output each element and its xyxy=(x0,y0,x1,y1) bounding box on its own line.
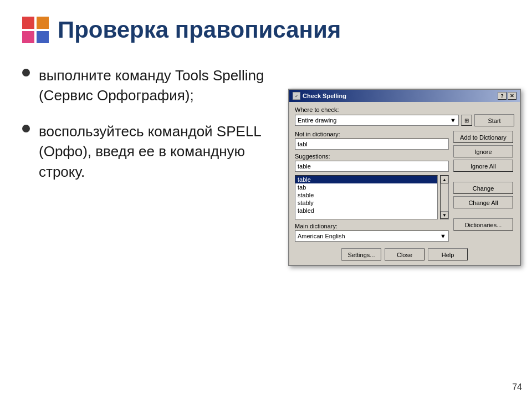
main-dictionary-label: Main dictionary: xyxy=(295,223,449,229)
dialog-left-column: Not in dictionary: Suggestions: table ta… xyxy=(295,131,449,245)
title-area: Проверка правописания xyxy=(0,0,532,54)
dialog-titlebar: ✓ Check Spelling ? ✕ xyxy=(289,90,520,102)
suggestion-item-tabled[interactable]: tabled xyxy=(295,207,437,214)
dialog-title-left: ✓ Check Spelling xyxy=(293,92,346,100)
suggestion-item-tab[interactable]: tab xyxy=(295,183,437,191)
where-to-check-browse-button[interactable]: ⊞ xyxy=(461,115,472,126)
add-to-dictionary-button[interactable]: Add to Dictionary xyxy=(453,131,513,143)
dialog-bottom-row: Settings... Close Help xyxy=(295,248,514,260)
scroll-down-icon[interactable]: ▼ xyxy=(441,211,448,219)
dictionaries-button[interactable]: Dictionaries... xyxy=(453,218,513,231)
not-in-dictionary-label: Not in dictionary: xyxy=(295,131,449,137)
main-dictionary-value: American English xyxy=(298,233,345,239)
start-button[interactable]: Start xyxy=(474,114,514,126)
suggestions-label: Suggestions: xyxy=(295,153,449,160)
svg-rect-0 xyxy=(22,17,34,29)
spacer xyxy=(453,174,514,180)
help-button[interactable]: Help xyxy=(428,248,468,260)
suggestions-scrollbar[interactable]: ▲ ▼ xyxy=(440,175,449,219)
dialog-icon: ✓ xyxy=(293,92,300,100)
bullet-text-2: воспользуйтесь командой SPELL (Орфо), вв… xyxy=(39,121,294,182)
ignore-all-button[interactable]: Ignore All xyxy=(453,160,513,172)
suggestions-row: Suggestions: xyxy=(295,153,449,172)
scroll-up-icon[interactable]: ▲ xyxy=(441,176,448,183)
main-dictionary-combo[interactable]: American English ▼ xyxy=(295,231,449,242)
suggestion-item-stable[interactable]: stable xyxy=(295,191,437,199)
ignore-button[interactable]: Ignore xyxy=(453,145,513,157)
suggestions-listbox[interactable]: table tab stable stably tabled xyxy=(295,175,438,219)
where-to-check-value: Entire drawing xyxy=(298,117,336,124)
suggestions-list-area: table tab stable stably tabled ▲ ▼ xyxy=(295,175,449,219)
where-to-check-controls: Entire drawing ▼ ⊞ Start xyxy=(295,114,514,126)
main-dictionary-row: Main dictionary: American English ▼ xyxy=(295,223,449,242)
not-in-dictionary-input[interactable] xyxy=(295,139,449,150)
dialog-title: Check Spelling xyxy=(303,93,346,99)
change-all-button[interactable]: Change All xyxy=(453,196,513,208)
dialog-body: Where to check: Entire drawing ▼ ⊞ Start xyxy=(289,102,520,265)
dialog-right-column: Add to Dictionary Ignore Ignore All Chan… xyxy=(453,131,514,245)
help-title-button[interactable]: ? xyxy=(498,92,507,100)
where-to-check-label: Where to check: xyxy=(295,106,514,113)
where-to-check-combo[interactable]: Entire drawing ▼ xyxy=(295,115,459,126)
suggestion-item-stably[interactable]: stably xyxy=(295,199,437,207)
bullet-marker xyxy=(22,69,30,76)
dialog-title-buttons: ? ✕ xyxy=(498,92,516,100)
page-title: Проверка правописания xyxy=(58,17,341,43)
bullet-marker xyxy=(22,125,30,132)
settings-button[interactable]: Settings... xyxy=(341,248,381,260)
close-button[interactable]: Close xyxy=(385,248,424,260)
where-to-check-row: Where to check: Entire drawing ▼ ⊞ Start xyxy=(295,106,514,126)
page-number: 74 xyxy=(512,382,522,392)
suggestions-input[interactable] xyxy=(295,161,449,172)
main-dictionary-arrow-icon: ▼ xyxy=(440,233,446,239)
not-in-dictionary-row: Not in dictionary: xyxy=(295,131,449,150)
svg-rect-2 xyxy=(22,31,34,43)
svg-rect-3 xyxy=(37,31,49,43)
combo-arrow-icon: ▼ xyxy=(450,117,456,124)
check-spelling-dialog: ✓ Check Spelling ? ✕ Where to check: Ent… xyxy=(288,89,521,266)
dialog-main-content: Not in dictionary: Suggestions: table ta… xyxy=(295,131,514,245)
change-button[interactable]: Change xyxy=(453,182,513,194)
svg-rect-1 xyxy=(37,17,49,29)
spacer2 xyxy=(453,211,514,216)
suggestion-item-table[interactable]: table xyxy=(295,176,437,183)
title-icon xyxy=(22,17,49,43)
slide: Проверка правописания выполните команду … xyxy=(0,0,532,399)
close-title-button[interactable]: ✕ xyxy=(508,92,516,100)
bullet-text-1: выполните команду Tools Spelling (Сервис… xyxy=(39,65,294,106)
